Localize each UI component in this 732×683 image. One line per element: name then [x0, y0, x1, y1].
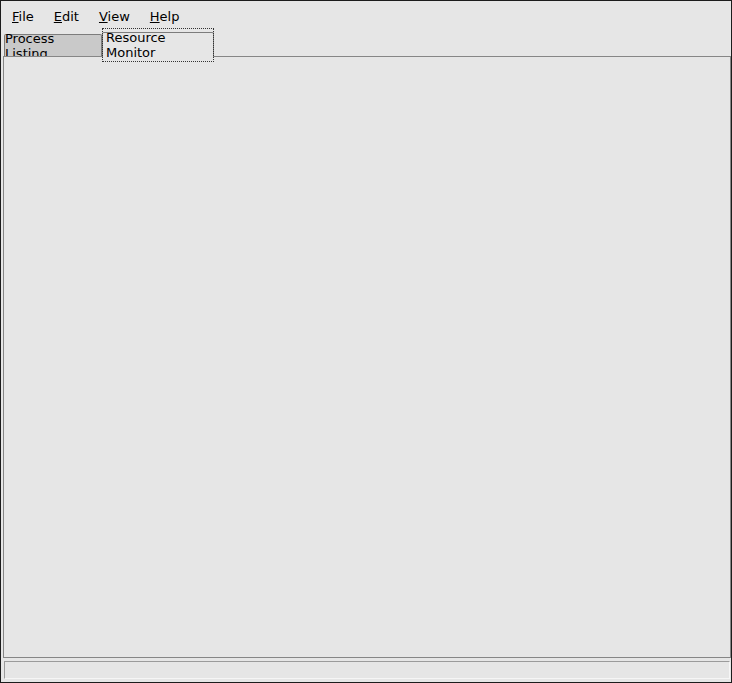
menu-help[interactable]: Help	[142, 5, 192, 29]
menu-view[interactable]: View	[91, 5, 142, 29]
system-monitor-window: File Edit View Help Process Listing Reso…	[0, 0, 732, 683]
statusbar	[4, 661, 730, 679]
menubar: File Edit View Help	[2, 3, 730, 31]
menu-file[interactable]: File	[4, 5, 46, 29]
resource-monitor-page	[3, 56, 731, 658]
tab-process-listing[interactable]: Process Listing	[4, 34, 102, 57]
tab-resource-monitor[interactable]: Resource Monitor	[102, 32, 214, 57]
menu-edit[interactable]: Edit	[46, 5, 91, 29]
